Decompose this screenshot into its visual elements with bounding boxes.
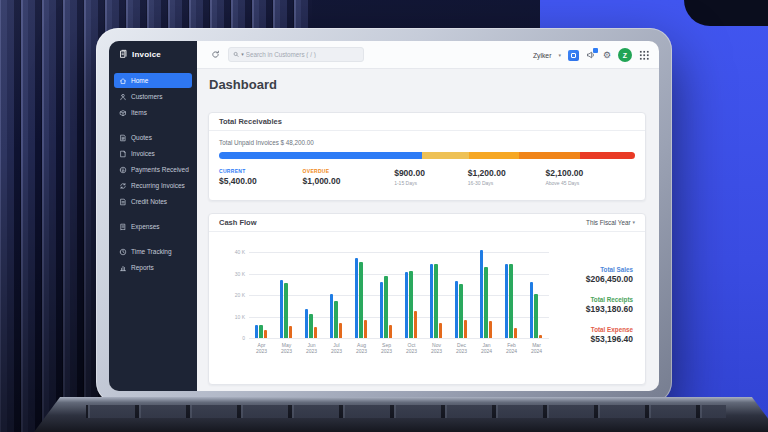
credit-icon xyxy=(119,198,127,206)
bar-sales xyxy=(355,258,359,338)
laptop-screen: Invoice HomeCustomersItemsQuotesInvoices… xyxy=(109,41,659,391)
x-axis-label: Jun2023 xyxy=(299,342,324,355)
search-input[interactable] xyxy=(246,51,359,58)
receivables-card-header: Total Receivables xyxy=(209,113,645,131)
stat-value: $1,000.00 xyxy=(303,176,395,186)
topbar: ▾ Zylker ▾ ⚙ Z xyxy=(197,41,659,69)
bar-sales xyxy=(505,264,509,338)
gridline xyxy=(249,338,549,339)
x-axis-label: Sep2023 xyxy=(374,342,399,355)
unpaid-invoices-label: Total Unpaid Invoices xyxy=(219,139,279,146)
total-label: Total Receipts xyxy=(533,296,633,303)
bar-receipts xyxy=(334,301,338,338)
total-label: Total Sales xyxy=(533,266,633,273)
sidebar-item-label: Quotes xyxy=(131,134,152,141)
unpaid-invoices-line: Total Unpaid Invoices $ 48,200.00 xyxy=(209,131,645,146)
announcements-icon[interactable] xyxy=(586,50,596,60)
sidebar-item-payments[interactable]: Payments Received xyxy=(114,162,192,177)
bar-sales xyxy=(255,325,259,338)
stat-value: $1,200.00 xyxy=(468,168,546,178)
bar-sales xyxy=(455,281,459,338)
y-axis-tick: 20 K xyxy=(223,292,245,298)
receivables-title: Total Receivables xyxy=(219,117,282,126)
x-axis-label: Feb2024 xyxy=(499,342,524,355)
sidebar-item-label: Recurring Invoices xyxy=(131,182,185,189)
bar-expenses xyxy=(364,320,368,338)
bar-sales xyxy=(330,294,334,338)
stat-value: $5,400.00 xyxy=(219,176,303,186)
sidebar-nav: HomeCustomersItemsQuotesInvoicesPayments… xyxy=(109,73,197,275)
receivable-stat: $2,100.00Above 45 Days xyxy=(545,168,635,186)
receivables-stats-row: CURRENT$5,400.00OVERDUE$1,000.00$900.001… xyxy=(209,159,645,186)
sidebar-item-time[interactable]: Time Tracking xyxy=(114,244,192,259)
customers-icon xyxy=(119,93,127,101)
expenses-icon xyxy=(119,223,127,231)
sidebar-item-customers[interactable]: Customers xyxy=(114,89,192,104)
org-name[interactable]: Zylker xyxy=(533,52,552,59)
search-box[interactable]: ▾ xyxy=(228,47,364,62)
sidebar-item-items[interactable]: Items xyxy=(114,105,192,120)
sidebar-item-reports[interactable]: Reports xyxy=(114,260,192,275)
bar-sales xyxy=(380,282,384,338)
cashflow-total: Total Sales $206,450.00 xyxy=(533,266,633,284)
sidebar: Invoice HomeCustomersItemsQuotesInvoices… xyxy=(109,41,197,391)
sidebar-item-quotes[interactable]: Quotes xyxy=(114,130,192,145)
laptop: Invoice HomeCustomersItemsQuotesInvoices… xyxy=(96,28,672,404)
sidebar-item-label: Home xyxy=(131,77,148,84)
sidebar-item-recurring[interactable]: Recurring Invoices xyxy=(114,178,192,193)
app-logo: Invoice xyxy=(109,41,197,65)
cashflow-title: Cash Flow xyxy=(219,218,257,227)
stat-value: $900.00 xyxy=(394,168,468,178)
search-scope-caret-icon[interactable]: ▾ xyxy=(241,52,244,57)
y-axis-tick: 40 K xyxy=(223,249,245,255)
bar-receipts xyxy=(434,264,438,338)
stat-sub-label: Above 45 Days xyxy=(545,180,635,186)
refresh-icon[interactable] xyxy=(211,50,220,59)
x-axis-label: Dec2023 xyxy=(449,342,474,355)
cash-flow-card: Cash Flow This Fiscal Year ▾ 40 K30 K20 … xyxy=(208,213,646,385)
y-axis-tick: 30 K xyxy=(223,271,245,277)
aging-bar-segment-0 xyxy=(219,152,422,159)
sidebar-item-invoices[interactable]: Invoices xyxy=(114,146,192,161)
cashflow-totals: Total Sales $206,450.00Total Receipts $1… xyxy=(533,266,633,356)
settings-gear-icon[interactable]: ⚙ xyxy=(603,51,611,60)
total-value: $53,196.40 xyxy=(533,334,633,344)
stat-label: OVERDUE xyxy=(303,168,395,174)
sidebar-item-credit[interactable]: Credit Notes xyxy=(114,194,192,209)
sidebar-item-expenses[interactable]: Expenses xyxy=(114,219,192,234)
total-label: Total Expense xyxy=(533,326,633,333)
bar-expenses xyxy=(289,326,293,338)
bar-receipts xyxy=(309,314,313,338)
gridline xyxy=(249,252,549,253)
org-caret-icon[interactable]: ▾ xyxy=(558,53,561,58)
aging-bar-segment-1 xyxy=(422,152,469,159)
bar-receipts xyxy=(259,325,263,338)
bar-expenses xyxy=(489,321,493,338)
aging-bar-segment-3 xyxy=(519,152,580,159)
sidebar-item-home[interactable]: Home xyxy=(114,73,192,88)
sidebar-item-label: Items xyxy=(131,109,147,116)
receivable-stat: OVERDUE$1,000.00 xyxy=(303,168,395,186)
bar-expenses xyxy=(389,325,393,338)
aging-bar-segment-2 xyxy=(469,152,519,159)
bar-receipts xyxy=(284,283,288,338)
stat-label: CURRENT xyxy=(219,168,303,174)
quotes-icon xyxy=(119,134,127,142)
reports-icon xyxy=(119,264,127,272)
app-title: Invoice xyxy=(132,50,161,59)
org-logo[interactable] xyxy=(568,50,579,61)
apps-grid-icon[interactable] xyxy=(639,50,649,60)
y-axis-tick: 10 K xyxy=(223,314,245,320)
user-avatar[interactable]: Z xyxy=(618,48,632,62)
stat-sub-label: 16-30 Days xyxy=(468,180,546,186)
bar-expenses xyxy=(314,327,318,338)
receivable-stat: $900.001-15 Days xyxy=(394,168,468,186)
fiscal-year-filter[interactable]: This Fiscal Year ▾ xyxy=(586,219,635,226)
sidebar-item-label: Reports xyxy=(131,264,154,271)
bar-expenses xyxy=(264,330,268,338)
bar-expenses xyxy=(414,311,418,338)
sidebar-item-label: Customers xyxy=(131,93,162,100)
sidebar-item-label: Time Tracking xyxy=(131,248,172,255)
bar-receipts xyxy=(384,276,388,338)
x-axis-label: Apr2023 xyxy=(249,342,274,355)
